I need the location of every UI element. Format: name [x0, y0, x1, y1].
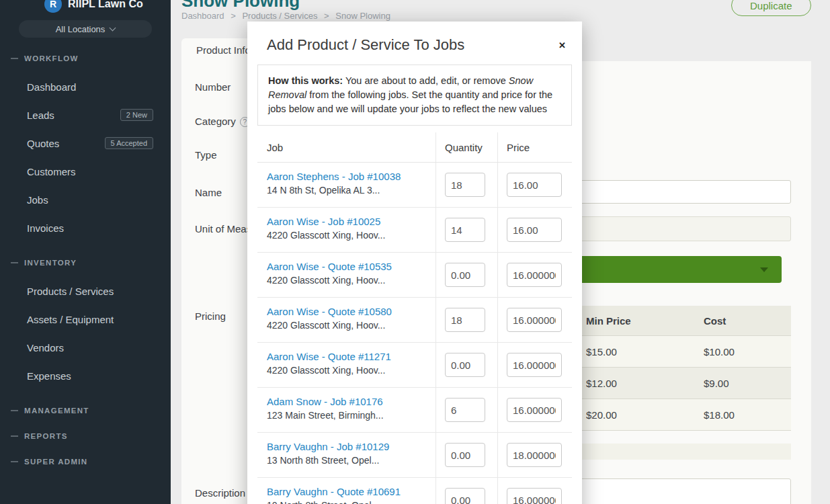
- leads-badge: 2 New: [120, 109, 153, 121]
- pricing-table-row[interactable]: $12.00 $9.00: [578, 368, 791, 399]
- duplicate-button[interactable]: Duplicate: [731, 0, 811, 16]
- job-link[interactable]: Aaron Wise - Quote #10580: [267, 306, 429, 317]
- pricing-table-footer: [578, 444, 791, 460]
- quantity-cell: [435, 388, 497, 432]
- number-label: Number: [195, 81, 231, 93]
- job-link[interactable]: Aaron Wise - Quote #11271: [267, 351, 429, 362]
- job-address: 13 North 8th Street, Opel...: [267, 455, 429, 466]
- price-input[interactable]: [507, 173, 562, 197]
- quantity-column-header: Quantity: [435, 132, 497, 162]
- app-screen: R RIIPL Lawn Co All Locations WORKFLOW D…: [0, 0, 830, 504]
- job-row: Aaron Wise - Quote #10580 4220 Glasscott…: [257, 298, 572, 343]
- price-input[interactable]: [507, 308, 562, 332]
- pricing-table-header: Min Price Cost: [578, 306, 791, 336]
- job-link[interactable]: Barry Vaughn - Job #10129: [267, 441, 429, 452]
- section-label: REPORTS: [24, 432, 68, 440]
- job-link[interactable]: Barry Vaughn - Quote #10691: [267, 486, 429, 497]
- price-cell: [497, 478, 572, 504]
- job-row: Adam Snow - Job #10176 123 Main Street, …: [257, 388, 572, 433]
- sidebar-item-vendors[interactable]: Vendors: [0, 333, 171, 362]
- page-title: Snow Plowing: [181, 0, 300, 11]
- sidebar-item-jobs[interactable]: Jobs: [0, 185, 171, 214]
- min-price-cell: $15.00: [578, 336, 696, 367]
- job-info: Barry Vaughn - Job #10129 13 North 8th S…: [257, 433, 435, 477]
- breadcrumb-separator: >: [231, 11, 236, 21]
- sidebar-item-quotes[interactable]: Quotes 5 Accepted: [0, 129, 171, 157]
- job-address: 10 North 8th Street, Opel...: [267, 500, 429, 504]
- sidebar-item-expenses[interactable]: Expenses: [0, 362, 171, 390]
- min-price-cell: $20.00: [578, 399, 696, 430]
- sidebar-item-label: Customers: [27, 166, 76, 177]
- sidebar-item-invoices[interactable]: Invoices: [0, 214, 171, 242]
- sidebar-item-customers[interactable]: Customers: [0, 157, 171, 185]
- sidebar-item-label: Invoices: [27, 222, 64, 234]
- quantity-input[interactable]: [445, 173, 485, 197]
- quantity-cell: [435, 433, 497, 477]
- company-logo: R RIIPL Lawn Co: [0, 0, 171, 14]
- price-input[interactable]: [507, 488, 562, 504]
- pricing-label: Pricing: [195, 310, 226, 322]
- sidebar-item-label: Dashboard: [27, 81, 76, 93]
- price-input[interactable]: [507, 443, 562, 467]
- chevron-down-icon: [110, 25, 116, 32]
- pricing-table-row[interactable]: $15.00 $10.00: [578, 336, 791, 368]
- info-lead: How this works:: [268, 75, 343, 86]
- info-text: You are about to add, edit, or remove: [343, 75, 509, 86]
- quantity-cell: [435, 298, 497, 342]
- sidebar-section-inventory: INVENTORY Products / Services Assets / E…: [0, 258, 171, 390]
- quantity-input[interactable]: [445, 398, 485, 422]
- sidebar-section-reports: REPORTS: [0, 431, 171, 441]
- section-header-super-admin[interactable]: SUPER ADMIN: [0, 457, 171, 466]
- price-input[interactable]: [507, 218, 562, 242]
- job-link[interactable]: Aaron Wise - Job #10025: [267, 216, 429, 227]
- price-cell: [497, 433, 572, 477]
- price-input[interactable]: [507, 353, 562, 377]
- close-icon[interactable]: ✕: [556, 38, 569, 53]
- sidebar-item-assets-equipment[interactable]: Assets / Equipment: [0, 305, 171, 333]
- sidebar-item-products-services[interactable]: Products / Services: [0, 277, 171, 305]
- sidebar-item-dashboard[interactable]: Dashboard: [0, 73, 171, 101]
- cost-cell: $18.00: [696, 399, 791, 430]
- job-column-header: Job: [257, 132, 435, 162]
- quantity-input[interactable]: [445, 353, 485, 377]
- job-info: Aaron Wise - Quote #10535 4220 Glasscott…: [257, 253, 435, 297]
- price-cell: [497, 343, 572, 387]
- price-input[interactable]: [507, 398, 562, 422]
- category-label-text: Category: [195, 116, 236, 127]
- pricing-table: Min Price Cost $15.00 $10.00 $12.00 $9.0…: [578, 306, 791, 431]
- quantity-input[interactable]: [445, 443, 485, 467]
- location-selector[interactable]: All Locations: [19, 20, 152, 38]
- name-label: Name: [195, 187, 222, 198]
- sidebar-item-leads[interactable]: Leads 2 New: [0, 101, 171, 129]
- job-link[interactable]: Aaron Stephens - Job #10038: [267, 171, 429, 182]
- breadcrumb-dashboard[interactable]: Dashboard: [181, 11, 224, 21]
- section-header-management[interactable]: MANAGEMENT: [0, 406, 171, 415]
- job-row: Barry Vaughn - Quote #10691 10 North 8th…: [257, 478, 572, 504]
- cost-header: Cost: [696, 306, 791, 335]
- job-address: 4220 Glasscott Xing, Hoov...: [267, 365, 429, 376]
- quantity-input[interactable]: [445, 218, 485, 242]
- quantity-input[interactable]: [445, 308, 485, 332]
- breadcrumb-separator: >: [324, 11, 329, 21]
- price-cell: [497, 388, 572, 432]
- job-address: 4220 Glasscott Xing, Hoov...: [267, 275, 429, 286]
- section-collapse-icon: [11, 435, 18, 437]
- description-label: Description: [195, 487, 245, 499]
- quotes-badge: 5 Accepted: [105, 137, 153, 149]
- section-header-reports[interactable]: REPORTS: [0, 431, 171, 441]
- sidebar-section-super-admin: SUPER ADMIN: [0, 457, 171, 466]
- sidebar-item-label: Assets / Equipment: [27, 314, 114, 325]
- breadcrumb-products-services[interactable]: Products / Services: [242, 11, 317, 21]
- job-row: Barry Vaughn - Job #10129 13 North 8th S…: [257, 433, 572, 478]
- job-link[interactable]: Adam Snow - Job #10176: [267, 396, 429, 407]
- sidebar-item-label: Leads: [27, 110, 54, 121]
- section-header-inventory: INVENTORY: [0, 258, 171, 267]
- modal-title: Add Product / Service To Jobs: [267, 36, 464, 54]
- jobs-table-header: Job Quantity Price: [257, 132, 572, 163]
- job-link[interactable]: Aaron Wise - Quote #10535: [267, 261, 429, 272]
- pricing-table-row[interactable]: $20.00 $18.00: [578, 399, 791, 431]
- quantity-input[interactable]: [445, 263, 485, 287]
- quantity-input[interactable]: [445, 488, 485, 504]
- section-label: MANAGEMENT: [24, 407, 89, 415]
- price-input[interactable]: [507, 263, 562, 287]
